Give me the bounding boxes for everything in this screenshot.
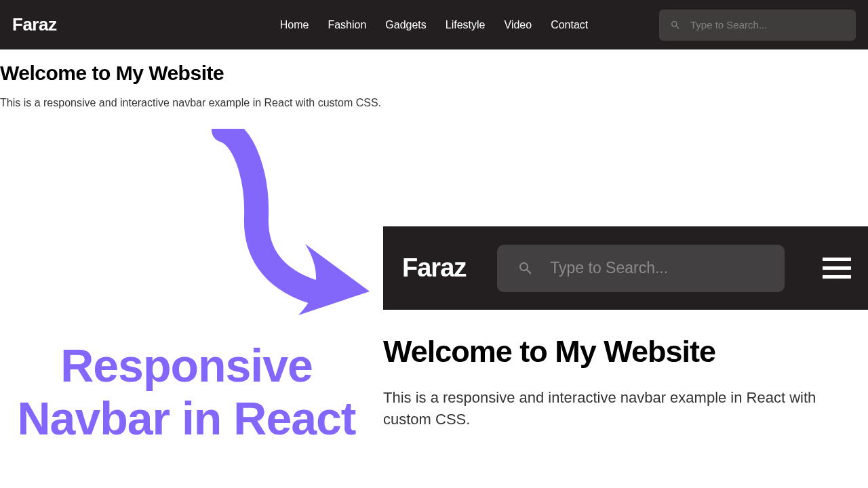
promo-line2: Navbar in React	[10, 392, 363, 445]
nav-link-gadgets[interactable]: Gadgets	[385, 19, 426, 31]
nav-link-fashion[interactable]: Fashion	[328, 19, 366, 31]
promo-text: Responsive Navbar in React	[10, 339, 363, 445]
intro-section-mobile: Welcome to My Website This is a responsi…	[383, 310, 868, 430]
nav-links: Home Fashion Gadgets Lifestyle Video Con…	[280, 19, 589, 31]
nav-link-home[interactable]: Home	[280, 19, 309, 31]
search-box-mobile[interactable]	[497, 245, 785, 292]
navbar-desktop: Faraz Home Fashion Gadgets Lifestyle Vid…	[0, 0, 868, 49]
page-heading-mobile: Welcome to My Website	[383, 334, 868, 369]
search-icon	[517, 260, 534, 277]
nav-link-video[interactable]: Video	[505, 19, 532, 31]
intro-section-top: Welcome to My Website This is a responsi…	[0, 49, 868, 109]
hamburger-menu-icon[interactable]	[823, 258, 851, 279]
navbar-mobile: Faraz	[383, 226, 868, 310]
page-subtext: This is a responsive and interactive nav…	[0, 97, 868, 109]
search-input[interactable]	[690, 19, 845, 30]
arrow-icon	[203, 129, 380, 321]
brand-logo-mobile[interactable]: Faraz	[402, 253, 466, 283]
promo-line1: Responsive	[10, 339, 363, 392]
nav-link-lifestyle[interactable]: Lifestyle	[446, 19, 486, 31]
page-heading: Welcome to My Website	[0, 62, 868, 85]
mobile-preview: Faraz Welcome to My Website This is a re…	[383, 226, 868, 430]
page-subtext-mobile: This is a responsive and interactive nav…	[383, 387, 868, 430]
nav-link-contact[interactable]: Contact	[551, 19, 588, 31]
brand-logo[interactable]: Faraz	[12, 14, 56, 35]
search-icon	[670, 20, 681, 30]
search-box[interactable]	[659, 9, 856, 41]
search-input-mobile[interactable]	[550, 259, 764, 277]
